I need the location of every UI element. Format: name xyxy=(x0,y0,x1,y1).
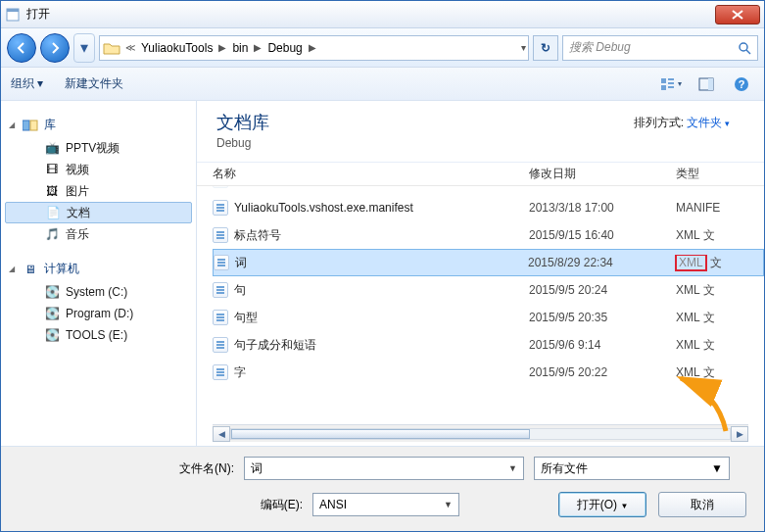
file-row[interactable]: YuliaokuTools.vshost.exe.manifest2013/3/… xyxy=(213,194,764,221)
filename-input[interactable]: 词 ▼ xyxy=(244,457,524,480)
chevron-down-icon[interactable]: ▼ xyxy=(444,500,453,509)
refresh-button[interactable]: ↻ xyxy=(533,35,558,61)
sort-label: 排列方式: xyxy=(634,116,684,129)
file-row[interactable]: 词2015/8/29 22:34XML 文 xyxy=(213,249,764,276)
sort-dropdown[interactable]: 文件夹 xyxy=(687,116,730,129)
help-button[interactable]: ? xyxy=(729,73,754,95)
view-mode-button[interactable] xyxy=(658,73,684,95)
file-row[interactable]: 字2015/9/5 20:22XML 文 xyxy=(213,359,764,386)
file-type: XML 文 xyxy=(676,227,764,244)
organize-menu[interactable]: 组织 ▾ xyxy=(11,75,43,92)
file-type: XML 文 xyxy=(676,337,764,354)
chevron-down-icon[interactable]: ▼ xyxy=(508,463,517,473)
filetype-filter[interactable]: 所有文件 ▼ xyxy=(534,457,730,480)
col-date[interactable]: 修改日期 xyxy=(529,166,676,182)
encoding-label: 编码(E): xyxy=(19,497,303,513)
file-icon xyxy=(213,200,228,216)
file-date: 2015/9/5 20:24 xyxy=(529,283,676,297)
sidebar-item-drive-d[interactable]: 💽Program (D:) xyxy=(5,303,192,324)
window-icon xyxy=(5,7,21,23)
breadcrumb-seg[interactable]: Debug xyxy=(263,36,306,60)
file-type: XML 文 xyxy=(676,282,764,299)
svg-rect-7 xyxy=(668,82,674,84)
breadcrumb-seg[interactable]: YuliaokuTools xyxy=(137,36,216,60)
filter-value: 所有文件 xyxy=(541,460,588,477)
new-folder-button[interactable]: 新建文件夹 xyxy=(65,75,123,92)
computer-group: ◢ 🖥 计算机 💽System (C:) 💽Program (D:) 💽TOOL… xyxy=(5,257,192,346)
close-button[interactable] xyxy=(715,5,760,24)
expand-icon: ◢ xyxy=(9,265,15,273)
libraries-icon xyxy=(23,118,38,133)
drive-icon: 💽 xyxy=(44,327,60,343)
col-type[interactable]: 类型 xyxy=(676,166,764,182)
svg-rect-6 xyxy=(661,85,666,90)
chevron-down-icon[interactable]: ▼ xyxy=(711,461,723,475)
chevron-right-icon[interactable]: ▶ xyxy=(252,36,263,60)
sidebar-item-pptv[interactable]: 📺PPTV视频 xyxy=(5,137,192,159)
libraries-label: 库 xyxy=(44,117,56,133)
file-type: XML 文 xyxy=(676,310,764,326)
chevron-right-icon[interactable]: ≪ xyxy=(123,36,137,60)
back-button[interactable] xyxy=(7,33,36,63)
sidebar-item-documents[interactable]: 📄文档 xyxy=(5,202,192,223)
scroll-left-button[interactable]: ◀ xyxy=(213,426,230,442)
address-dropdown[interactable]: ▾ xyxy=(519,36,528,60)
music-icon: 🎵 xyxy=(44,226,60,242)
file-date: 2015/8/29 22:34 xyxy=(528,256,675,269)
sidebar-item-pictures[interactable]: 🖼图片 xyxy=(5,180,192,202)
forward-button[interactable] xyxy=(40,33,70,63)
scroll-thumb[interactable] xyxy=(231,429,530,439)
encoding-select[interactable]: ANSI ▼ xyxy=(312,493,459,516)
svg-rect-8 xyxy=(668,86,674,88)
body: ◢ 库 📺PPTV视频 🎞视频 🖼图片 📄文档 🎵音乐 ◢ 🖥 计算机 xyxy=(1,101,764,446)
file-type: XML 文 xyxy=(675,255,763,271)
file-name: 标点符号 xyxy=(234,227,281,244)
library-header: 文档库 Debug 排列方式: 文件夹 xyxy=(197,101,764,163)
file-row[interactable]: 句2015/9/5 20:24XML 文 xyxy=(213,276,764,304)
open-dialog-window: 打开 ▾ ≪ YuliaokuTools ▶ bin ▶ Debug ▶ ▾ ↻ xyxy=(0,0,765,532)
search-icon xyxy=(738,41,751,55)
computer-header[interactable]: ◢ 🖥 计算机 xyxy=(5,257,192,281)
file-name: 字 xyxy=(234,364,246,381)
libraries-header[interactable]: ◢ 库 xyxy=(5,113,192,137)
document-icon: 📄 xyxy=(45,205,61,220)
column-headers[interactable]: 名称 修改日期 类型 xyxy=(197,163,764,186)
file-list[interactable]: YuliaokuTools.vshost.exeYuliaokuTools.vs… xyxy=(197,186,764,424)
col-name[interactable]: 名称 xyxy=(213,166,529,182)
file-name: 词 xyxy=(235,255,247,271)
chevron-right-icon[interactable]: ▶ xyxy=(307,36,318,60)
computer-icon: 🖥 xyxy=(23,262,38,277)
svg-rect-10 xyxy=(708,78,713,90)
sidebar-item-drive-c[interactable]: 💽System (C:) xyxy=(5,281,192,303)
titlebar: 打开 xyxy=(1,1,764,28)
sidebar: ◢ 库 📺PPTV视频 🎞视频 🖼图片 📄文档 🎵音乐 ◢ 🖥 计算机 xyxy=(1,101,197,446)
file-icon xyxy=(213,227,228,243)
file-icon xyxy=(213,282,228,298)
file-date: 2013/3/18 17:00 xyxy=(529,201,676,215)
sort-control: 排列方式: 文件夹 xyxy=(634,115,730,131)
file-name: 句子成分和短语 xyxy=(234,337,316,354)
search-input[interactable]: 搜索 Debug xyxy=(562,35,758,61)
sidebar-item-drive-e[interactable]: 💽TOOLS (E:) xyxy=(5,324,192,346)
breadcrumb-seg[interactable]: bin xyxy=(228,36,252,60)
svg-rect-5 xyxy=(668,78,674,80)
file-row[interactable]: 标点符号2015/9/15 16:40XML 文 xyxy=(213,221,764,249)
nav-history-dropdown[interactable]: ▾ xyxy=(73,33,95,63)
scroll-track[interactable] xyxy=(230,428,731,440)
file-name: 句 xyxy=(234,282,246,299)
sidebar-item-music[interactable]: 🎵音乐 xyxy=(5,223,192,245)
library-subtitle: Debug xyxy=(216,136,744,150)
chevron-right-icon[interactable]: ▶ xyxy=(216,36,228,60)
file-row[interactable]: 句子成分和短语2015/9/6 9:14XML 文 xyxy=(213,331,764,359)
address-bar[interactable]: ≪ YuliaokuTools ▶ bin ▶ Debug ▶ ▾ xyxy=(99,35,529,61)
file-row[interactable]: 句型2015/9/5 20:35XML 文 xyxy=(213,304,764,331)
sidebar-item-videos[interactable]: 🎞视频 xyxy=(5,159,192,180)
preview-pane-button[interactable] xyxy=(693,73,719,95)
scroll-right-button[interactable]: ▶ xyxy=(731,426,748,442)
open-button[interactable]: 打开(O) ▼ xyxy=(558,492,646,517)
picture-icon: 🖼 xyxy=(44,183,60,199)
window-title: 打开 xyxy=(26,6,715,23)
cancel-button[interactable]: 取消 xyxy=(658,492,746,517)
horizontal-scrollbar[interactable]: ◀ ▶ xyxy=(213,424,748,442)
svg-rect-1 xyxy=(7,9,19,12)
